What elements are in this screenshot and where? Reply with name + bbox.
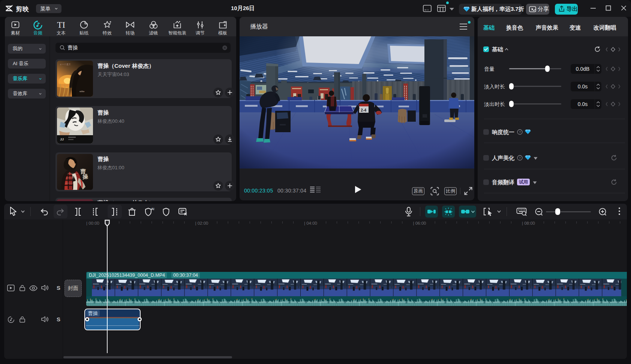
- svg-text:d 一个夏天: d 一个夏天: [60, 63, 71, 66]
- svg-text:wlilte: wlilte: [79, 90, 85, 92]
- svg-text:?: ?: [519, 156, 521, 160]
- svg-text:JJ: JJ: [60, 137, 64, 141]
- svg-text:AI: AI: [151, 207, 154, 211]
- svg-text:?: ?: [519, 130, 521, 134]
- svg-text:操: 操: [82, 174, 88, 180]
